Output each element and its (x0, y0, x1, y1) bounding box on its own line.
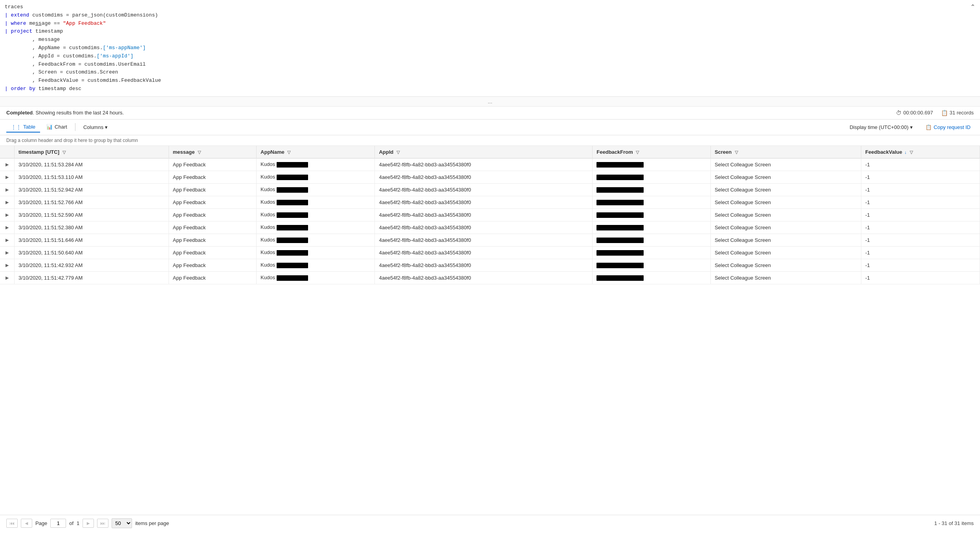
appname-filter-icon[interactable]: ▽ (287, 150, 290, 155)
expand-row-button[interactable]: ▶ (4, 161, 10, 168)
expand-row-button[interactable]: ▶ (4, 275, 10, 281)
table-row: ▶ 3/10/2020, 11:51:52.590 AM App Feedbac… (0, 208, 980, 221)
appname-cell: Kudos (257, 259, 375, 271)
expand-row-button[interactable]: ▶ (4, 249, 10, 256)
timestamp-filter-icon[interactable]: ▽ (62, 150, 66, 155)
expand-row-button[interactable]: ▶ (4, 237, 10, 243)
expand-cell[interactable]: ▶ (0, 246, 15, 259)
of-label: of (69, 520, 73, 526)
screen-cell: Select Colleague Screen (710, 196, 861, 208)
col-feedbackfrom[interactable]: FeedbackFrom ▽ (593, 146, 710, 158)
expand-row-button[interactable]: ▶ (4, 199, 10, 206)
results-header: Completed. Showing results from the last… (0, 107, 980, 120)
pagination-right: 1 - 31 of 31 items (934, 520, 974, 526)
toolbar-right: Display time (UTC+00:00) ▾ 📋 Copy reques… (846, 123, 974, 132)
timestamp-cell: 3/10/2020, 11:51:42.932 AM (15, 259, 169, 271)
display-time-button[interactable]: Display time (UTC+00:00) ▾ (846, 123, 916, 132)
query-line-9: , Screen = customdims.Screen (5, 68, 975, 77)
feedbackfrom-filter-icon[interactable]: ▽ (636, 150, 639, 155)
feedbackfrom-cell (593, 246, 710, 259)
col-timestamp[interactable]: timestamp [UTC] ▽ (15, 146, 169, 158)
message-cell: App Feedback (169, 234, 256, 246)
prev-page-button[interactable]: ◄ (21, 519, 32, 528)
col-feedbackvalue[interactable]: FeedbackValue ↓ ▽ (861, 146, 980, 158)
expand-cell[interactable]: ▶ (0, 171, 15, 183)
expand-cell[interactable]: ▶ (0, 196, 15, 208)
toolbar-row: ⋮⋮ Table 📊 Chart Columns ▾ Display time … (0, 120, 980, 135)
col-feedbackvalue-label: FeedbackValue (865, 149, 902, 155)
appname-cell: Kudos (257, 208, 375, 221)
expand-row-button[interactable]: ▶ (4, 262, 10, 269)
table-row: ▶ 3/10/2020, 11:51:52.380 AM App Feedbac… (0, 221, 980, 234)
expand-cell[interactable]: ▶ (0, 271, 15, 284)
query-line-4: | project timestamp (5, 28, 975, 36)
tab-table[interactable]: ⋮⋮ Table (6, 122, 40, 133)
feedbackfrom-redacted (596, 200, 644, 205)
expand-row-button[interactable]: ▶ (4, 174, 10, 181)
appid-cell: 4aee54f2-f8fb-4a82-bbd3-aa34554380f0 (375, 271, 593, 284)
expand-cell[interactable]: ▶ (0, 158, 15, 171)
query-line-7: , AppId = customdims.['ms-appId'] (5, 52, 975, 61)
query-editor[interactable]: traces | extend customdims = parse_json(… (0, 0, 980, 97)
expand-cell[interactable]: ▶ (0, 208, 15, 221)
timestamp-cell: 3/10/2020, 11:51:53.110 AM (15, 171, 169, 183)
feedbackfrom-redacted (596, 238, 644, 243)
results-table: timestamp [UTC] ▽ message ▽ AppName ▽ Ap… (0, 146, 980, 284)
expand-cell[interactable]: ▶ (0, 221, 15, 234)
screen-filter-icon[interactable]: ▽ (735, 150, 738, 155)
timestamp-cell: 3/10/2020, 11:51:52.766 AM (15, 196, 169, 208)
message-filter-icon[interactable]: ▽ (198, 150, 201, 155)
appname-redacted (277, 238, 308, 243)
message-cell: App Feedback (169, 158, 256, 171)
timestamp-cell: 3/10/2020, 11:51:52.590 AM (15, 208, 169, 221)
drag-hint-text: Drag a column header and drop it here to… (6, 138, 138, 143)
collapse-button[interactable]: ⌃ (970, 3, 975, 11)
timestamp-cell: 3/10/2020, 11:51:52.380 AM (15, 221, 169, 234)
copy-request-button[interactable]: 📋 Copy request ID (922, 123, 974, 132)
col-screen[interactable]: Screen ▽ (710, 146, 861, 158)
appname-cell: Kudos (257, 221, 375, 234)
columns-button[interactable]: Columns ▾ (79, 122, 112, 132)
page-input[interactable] (50, 519, 66, 528)
expand-row-button[interactable]: ▶ (4, 212, 10, 218)
expand-cell[interactable]: ▶ (0, 234, 15, 246)
tabs-left: ⋮⋮ Table 📊 Chart Columns ▾ (6, 122, 112, 133)
appname-redacted (277, 175, 308, 180)
next-page-button[interactable]: ► (83, 519, 94, 528)
results-table-wrap[interactable]: timestamp [UTC] ▽ message ▽ AppName ▽ Ap… (0, 146, 980, 515)
feedbackfrom-redacted (596, 263, 644, 268)
col-message[interactable]: message ▽ (169, 146, 256, 158)
expand-row-button[interactable]: ▶ (4, 224, 10, 231)
message-cell: App Feedback (169, 183, 256, 196)
columns-label: Columns (83, 124, 103, 130)
last-page-button[interactable]: ⏭ (97, 519, 108, 528)
first-page-button[interactable]: ⏮ (6, 519, 18, 528)
expand-cell[interactable]: ▶ (0, 183, 15, 196)
col-appid-label: AppId (379, 149, 393, 155)
feedbackfrom-redacted (596, 187, 644, 193)
appid-filter-icon[interactable]: ▽ (396, 150, 400, 155)
expand-row-button[interactable]: ▶ (4, 186, 10, 193)
table-row: ▶ 3/10/2020, 11:51:51.646 AM App Feedbac… (0, 234, 980, 246)
display-time-label: Display time (UTC+00:00) (850, 124, 908, 130)
col-appid[interactable]: AppId ▽ (375, 146, 593, 158)
expand-cell[interactable]: ▶ (0, 259, 15, 271)
table-row: ▶ 3/10/2020, 11:51:52.766 AM App Feedbac… (0, 196, 980, 208)
feedbackfrom-cell (593, 158, 710, 171)
feedbackvalue-filter-icon[interactable]: ▽ (910, 150, 913, 155)
appname-cell: Kudos (257, 171, 375, 183)
col-timestamp-label: timestamp [UTC] (18, 149, 59, 155)
feedbackvalue-sort-icon[interactable]: ↓ (905, 150, 907, 155)
table-row: ▶ 3/10/2020, 11:51:42.779 AM App Feedbac… (0, 271, 980, 284)
query-line-11: | order by timestamp desc (5, 85, 975, 93)
col-appname[interactable]: AppName ▽ (257, 146, 375, 158)
feedbackfrom-redacted (596, 162, 644, 168)
records-count: 31 records (950, 110, 974, 116)
query-line-3: | where message == "App Feedback" (5, 20, 975, 28)
col-screen-label: Screen (715, 149, 732, 155)
per-page-select[interactable]: 10 25 50 100 200 (112, 518, 132, 528)
appid-cell: 4aee54f2-f8fb-4a82-bbd3-aa34554380f0 (375, 221, 593, 234)
appname-cell: Kudos (257, 183, 375, 196)
feedbackfrom-cell (593, 271, 710, 284)
tab-chart[interactable]: 📊 Chart (42, 122, 72, 133)
